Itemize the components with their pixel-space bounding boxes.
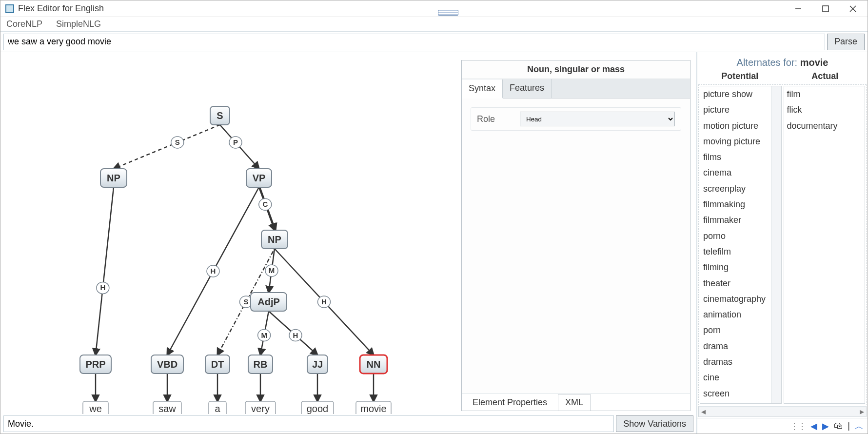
parse-button[interactable]: Parse xyxy=(827,34,865,50)
role-select[interactable]: Head xyxy=(520,112,675,126)
svg-text:P: P xyxy=(233,138,238,146)
list-item[interactable]: porn xyxy=(700,322,771,338)
tree-node-NP[interactable]: NP xyxy=(100,169,127,187)
list-item[interactable]: filmmaking xyxy=(700,197,771,212)
list-item[interactable]: porno xyxy=(700,228,771,244)
list-item[interactable]: cinema xyxy=(700,165,771,180)
tree-leaf-movie[interactable]: movie xyxy=(356,401,391,414)
tab-element-properties[interactable]: Element Properties xyxy=(466,395,554,411)
potential-hscroll[interactable]: ◂▸ xyxy=(699,406,866,416)
list-item[interactable]: film xyxy=(784,86,865,102)
parse-tree[interactable]: SPHHCSMHMHSNPVPNPAdjPPRPVBDDTRBJJNNwesaw… xyxy=(0,52,537,414)
alternates-panel: Alternates for: movie Potential Actual p… xyxy=(697,52,868,434)
list-item[interactable]: films xyxy=(700,149,771,165)
svg-text:a: a xyxy=(215,403,220,414)
tab-syntax[interactable]: Syntax xyxy=(462,79,503,99)
prev-icon[interactable]: ◀ xyxy=(810,421,817,432)
next-icon[interactable]: ▶ xyxy=(822,421,829,432)
tree-leaf-a[interactable]: a xyxy=(209,401,226,414)
tree-leaf-we[interactable]: we xyxy=(83,401,108,414)
close-button[interactable] xyxy=(847,3,859,15)
app-icon xyxy=(5,4,14,13)
svg-text:good: good xyxy=(307,403,329,414)
list-item[interactable]: drama xyxy=(700,338,771,354)
tree-node-JJ[interactable]: JJ xyxy=(307,355,328,374)
svg-text:DT: DT xyxy=(211,359,224,370)
header-potential: Potential xyxy=(697,71,783,81)
list-item[interactable]: picture xyxy=(700,102,771,118)
svg-text:M: M xyxy=(261,331,267,339)
maximize-button[interactable] xyxy=(820,3,831,15)
menubar: CoreNLP SimpleNLG xyxy=(0,17,868,32)
tree-node-RB[interactable]: RB xyxy=(248,355,273,374)
bottom-row: Show Variations xyxy=(0,414,696,434)
header-actual: Actual xyxy=(783,71,868,81)
svg-text:VBD: VBD xyxy=(157,359,178,370)
properties-tabs: Syntax Features xyxy=(462,79,690,99)
svg-text:H: H xyxy=(211,267,216,275)
tree-node-PRP[interactable]: PRP xyxy=(80,355,111,374)
bag-icon[interactable]: 🛍 xyxy=(834,421,843,431)
grip-icon: ⋮⋮ xyxy=(790,421,806,432)
actual-listbox[interactable]: filmflickdocumentary xyxy=(784,86,866,404)
titlebar-handle[interactable] xyxy=(438,10,458,16)
right-status: ⋮⋮ ◀ ▶ 🛍 | ︿ xyxy=(697,418,868,434)
list-item[interactable]: screen xyxy=(700,386,771,401)
menu-simplenlg[interactable]: SimpleNLG xyxy=(56,19,101,29)
list-item[interactable]: flick xyxy=(784,102,865,118)
svg-text:RB: RB xyxy=(254,359,268,370)
chevron-up-icon[interactable]: ︿ xyxy=(855,420,864,432)
svg-text:H: H xyxy=(321,297,327,306)
svg-text:H: H xyxy=(100,283,105,292)
alternates-headers: Potential Actual xyxy=(697,70,868,84)
list-item[interactable]: filmmaker xyxy=(700,212,771,228)
divider: | xyxy=(848,421,850,431)
list-item[interactable]: moving picture xyxy=(700,134,771,149)
tree-node-VBD[interactable]: VBD xyxy=(151,355,183,374)
tree-node-NN[interactable]: NN xyxy=(360,355,387,374)
list-item[interactable]: dramas xyxy=(700,354,771,370)
svg-text:PRP: PRP xyxy=(85,359,105,370)
alternates-title: Alternates for: movie xyxy=(697,52,868,70)
list-item[interactable]: screenplay xyxy=(700,181,771,197)
tree-node-VP[interactable]: VP xyxy=(246,169,272,187)
sentence-input[interactable] xyxy=(3,34,825,50)
tree-area: SPHHCSMHMHSNPVPNPAdjPPRPVBDDTRBJJNNwesaw… xyxy=(0,52,696,414)
svg-text:S: S xyxy=(175,138,180,146)
svg-text:VP: VP xyxy=(253,173,266,183)
tree-leaf-good[interactable]: good xyxy=(301,401,334,414)
potential-scrollbar[interactable] xyxy=(771,86,781,403)
svg-text:AdjP: AdjP xyxy=(257,296,280,307)
minimize-button[interactable] xyxy=(792,3,804,15)
list-item[interactable]: motion picture xyxy=(700,118,771,134)
list-item[interactable]: picture show xyxy=(700,86,771,102)
list-item[interactable]: animation xyxy=(700,307,771,322)
tree-leaf-very[interactable]: very xyxy=(245,401,276,414)
list-item[interactable]: documentary xyxy=(784,118,865,134)
svg-text:C: C xyxy=(262,200,268,208)
list-item[interactable]: telefilm xyxy=(700,244,771,259)
list-item[interactable]: cine xyxy=(700,370,771,385)
properties-title: Noun, singular or mass xyxy=(462,60,690,79)
potential-listbox[interactable]: picture showpicturemotion picturemoving … xyxy=(700,86,782,404)
list-item[interactable]: filming xyxy=(700,259,771,275)
properties-body: Role Head xyxy=(462,99,690,393)
menu-corenlp[interactable]: CoreNLP xyxy=(6,19,42,29)
window-buttons xyxy=(792,3,868,15)
tree-node-NP[interactable]: NP xyxy=(261,230,288,249)
list-item[interactable]: cinematography xyxy=(700,291,771,307)
tree-node-S[interactable]: S xyxy=(210,106,230,125)
tab-features[interactable]: Features xyxy=(503,79,552,98)
svg-text:JJ: JJ xyxy=(312,359,323,370)
status-input[interactable] xyxy=(3,415,614,432)
show-variations-button[interactable]: Show Variations xyxy=(616,415,693,432)
svg-text:H: H xyxy=(293,331,298,339)
list-item[interactable]: theater xyxy=(700,276,771,291)
svg-line-10 xyxy=(96,187,114,355)
tab-xml[interactable]: XML xyxy=(558,394,591,411)
tree-node-DT[interactable]: DT xyxy=(205,355,230,374)
tree-node-AdjP[interactable]: AdjP xyxy=(251,293,287,311)
tree-leaf-saw[interactable]: saw xyxy=(153,401,181,414)
list-item[interactable]: cinematographic xyxy=(700,401,771,403)
svg-text:NN: NN xyxy=(367,359,381,370)
